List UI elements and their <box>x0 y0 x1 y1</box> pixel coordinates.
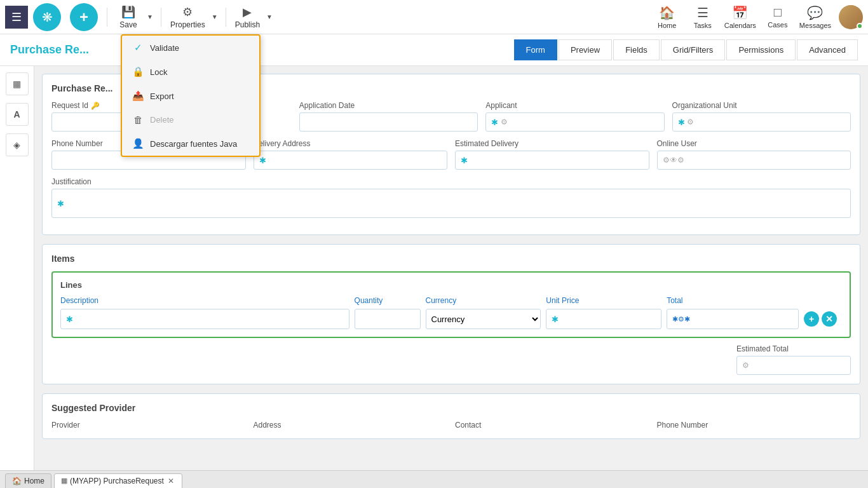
descargar-menu-item[interactable]: 👤 Descargar fuentes Java <box>122 132 259 156</box>
publish-button[interactable]: ▶ Publish <box>231 3 264 32</box>
publish-dropdown-menu: ✓ Validate 🔒 Lock 📤 Export 🗑 Delete 👤 De… <box>121 34 261 157</box>
export-icon: 📤 <box>132 90 144 102</box>
provider-col-provider: Provider <box>51 421 246 430</box>
add-line-button[interactable]: + <box>804 311 819 327</box>
est-delivery-label: Estimated Delivery <box>455 139 649 148</box>
description-input[interactable]: ✱ <box>60 309 349 329</box>
price-input-wrap: ✱ <box>546 309 661 329</box>
col-price-header: Unit Price <box>546 296 661 305</box>
bottom-tab-purchase[interactable]: ▦ (MYAPP) PurchaseRequest ✕ <box>54 473 182 489</box>
col-total-header: Total <box>667 296 799 305</box>
messages-nav-label: Messages <box>799 22 831 29</box>
publish-icon: ▶ <box>243 5 252 19</box>
tab-preview[interactable]: Preview <box>559 39 612 60</box>
justification-field: Justification ✱ <box>51 177 851 218</box>
applicant-input[interactable]: ✱ ⚙ <box>485 112 664 132</box>
cases-nav-label: Cases <box>768 21 787 29</box>
unit-price-input[interactable]: ✱ <box>546 309 661 329</box>
applicant-field: Applicant ✱ ⚙ <box>485 101 664 132</box>
application-date-input[interactable] <box>299 112 478 132</box>
tab-fields[interactable]: Fields <box>613 39 660 60</box>
tasks-nav-label: Tasks <box>694 22 712 29</box>
descargar-label: Descargar fuentes Java <box>150 139 237 149</box>
form-row-3: Justification ✱ <box>51 177 851 218</box>
desc-input-wrap: ✱ <box>60 309 349 329</box>
estimated-total-row: Estimated Total ⚙ <box>51 344 851 375</box>
total-input[interactable]: ✱⚙✱ <box>667 309 799 329</box>
validate-label: Validate <box>150 43 179 53</box>
avatar-status <box>857 23 863 29</box>
publish-dropdown-arrow[interactable]: ▼ <box>264 6 275 29</box>
provider-header: Provider Address Contact Phone Number <box>51 421 851 430</box>
provider-section: Suggested Provider Provider Address Cont… <box>42 393 860 439</box>
user-avatar[interactable] <box>839 5 863 29</box>
remove-line-button[interactable]: ✕ <box>822 311 837 327</box>
hamburger-button[interactable]: ☰ <box>5 6 28 29</box>
separator2 <box>161 8 161 27</box>
checkmark-icon: ✓ <box>132 42 144 53</box>
items-section: Items Lines Description Quantity Currenc… <box>42 244 860 384</box>
logo: ❋ <box>33 3 61 31</box>
total-input-wrap: ✱⚙✱ <box>667 309 799 329</box>
messages-nav-button[interactable]: 💬 Messages <box>799 5 831 29</box>
bottom-home-button[interactable]: 🏠 Home <box>5 473 51 489</box>
validate-menu-item[interactable]: ✓ Validate <box>122 36 259 60</box>
col-qty-header: Quantity <box>355 296 421 305</box>
save-dropdown-arrow[interactable]: ▼ <box>144 6 156 29</box>
online-user-input[interactable]: ⚙👁⚙ <box>657 151 851 170</box>
export-menu-item[interactable]: 📤 Export <box>122 84 259 108</box>
home-nav-label: Home <box>658 22 676 29</box>
tab-grid-filters[interactable]: Grid/Filters <box>661 39 726 60</box>
tab-doc-icon: ▦ <box>61 477 67 485</box>
publish-group: ▶ Publish ▼ <box>231 3 275 32</box>
currency-select[interactable]: Currency <box>426 309 541 329</box>
key-icon: 🔑 <box>91 102 100 110</box>
justification-input[interactable]: ✱ <box>51 189 851 218</box>
lines-title: Lines <box>60 280 842 290</box>
quantity-input[interactable] <box>355 309 421 329</box>
toolbar-right: 🏠 Home ☰ Tasks 📅 Calendars □ Cases 💬 Mes… <box>653 5 863 29</box>
download-icon: 👤 <box>132 138 144 149</box>
application-date-field: Application Date <box>299 101 478 132</box>
tab-permissions[interactable]: Permissions <box>726 39 796 60</box>
save-icon: 💾 <box>121 5 135 19</box>
hamburger-icon: ☰ <box>11 10 22 24</box>
cube-tool[interactable]: ◈ <box>6 133 29 156</box>
estimated-total-input[interactable]: ⚙ <box>736 356 851 375</box>
bottom-bar: 🏠 Home ▦ (MYAPP) PurchaseRequest ✕ <box>0 470 868 488</box>
tab-advanced[interactable]: Advanced <box>797 39 858 60</box>
lines-header: Description Quantity Currency Unit Price… <box>60 296 842 305</box>
home-nav-button[interactable]: 🏠 Home <box>653 5 681 29</box>
home-bottom-icon: 🏠 <box>12 477 22 485</box>
org-unit-label: Organizational Unit <box>672 101 851 110</box>
main-toolbar: ☰ ❋ + 💾 Save ▼ ⚙ Properties ▼ <box>0 0 868 34</box>
line-actions: + ✕ <box>804 311 842 327</box>
applicant-label: Applicant <box>485 101 664 110</box>
lines-subsection: Lines Description Quantity Currency Unit… <box>51 271 851 338</box>
lock-menu-item[interactable]: 🔒 Lock <box>122 60 259 84</box>
delivery-input[interactable]: ✱ <box>254 151 448 170</box>
est-delivery-input[interactable]: ✱ <box>455 151 649 170</box>
tab-form[interactable]: Form <box>514 39 557 60</box>
calendars-nav-button[interactable]: 📅 Calendars <box>724 5 756 29</box>
lock-label: Lock <box>150 67 167 77</box>
properties-button[interactable]: ⚙ Properties <box>166 3 209 32</box>
close-tab-button[interactable]: ✕ <box>166 477 175 485</box>
properties-dropdown-arrow[interactable]: ▼ <box>209 6 220 29</box>
cases-nav-button[interactable]: □ Cases <box>764 5 792 29</box>
delivery-address-field: Delivery Address ✱ <box>254 139 448 170</box>
save-button[interactable]: 💾 Save <box>112 3 144 32</box>
lines-data-row: ✱ Currency ✱ <box>60 309 842 329</box>
provider-col-contact: Contact <box>455 421 649 430</box>
add-button[interactable]: + <box>70 3 98 31</box>
delete-icon: 🗑 <box>132 114 144 125</box>
col-desc-header: Description <box>60 296 349 305</box>
provider-col-phone: Phone Number <box>657 421 851 430</box>
delete-label: Delete <box>150 115 174 125</box>
org-unit-field: Organizational Unit ✱ ⚙ <box>672 101 851 132</box>
tasks-nav-button[interactable]: ☰ Tasks <box>689 5 717 29</box>
text-tool[interactable]: A <box>6 103 29 126</box>
table-tool[interactable]: ▦ <box>6 72 29 95</box>
org-unit-input[interactable]: ✱ ⚙ <box>672 112 851 132</box>
provider-col-address: Address <box>254 421 448 430</box>
